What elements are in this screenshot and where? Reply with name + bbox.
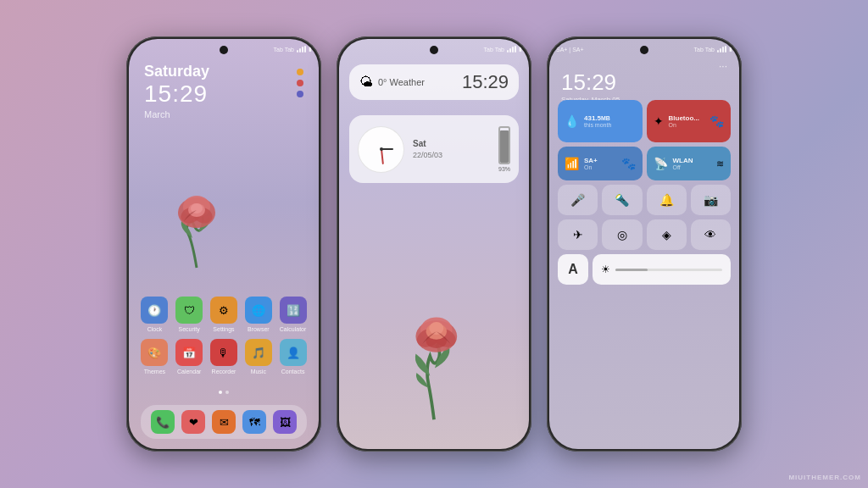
- app-settings[interactable]: ⚙ Settings: [208, 297, 240, 332]
- punch-hole-2: [430, 46, 438, 54]
- p3-time: 15:29: [561, 69, 727, 96]
- brightness-bar: [615, 269, 722, 271]
- sa-icon: 📶: [565, 157, 579, 170]
- punch-hole-3: [640, 46, 648, 54]
- cc-accessibility-tile[interactable]: A: [558, 254, 588, 285]
- p3-header: 15:29 Saturday, March 05: [561, 56, 727, 103]
- weather-icon: 🌤: [359, 75, 373, 90]
- p2-weather-left: 🌤 0° Weather: [359, 75, 425, 90]
- status-text-1: Tab Tab: [274, 47, 294, 53]
- p2-rose-decoration: [379, 297, 489, 424]
- app-clock[interactable]: 🕐 Clock: [138, 297, 170, 332]
- p1-time: 15:29: [144, 80, 209, 108]
- app-calculator-label: Calculator: [280, 326, 307, 332]
- cc-bell-tile[interactable]: 🔔: [647, 185, 687, 215]
- app-music[interactable]: 🎵 Music: [242, 339, 275, 374]
- app-row-2: 🎨 Themes 📅 Calendar 🎙 Recorder 🎵 Music: [137, 339, 310, 374]
- app-calculator[interactable]: 🔢 Calculator: [277, 297, 309, 332]
- p1-dock: 📞 ❤ ✉ 🗺 🖼: [141, 405, 307, 439]
- cc-row-4: ✈ ◎ ◈ 👁: [558, 219, 731, 250]
- dock-gallery[interactable]: 🖼: [270, 410, 300, 434]
- wlan-bars: ≋: [716, 158, 724, 169]
- cc-bluetooth-tile[interactable]: ✦ Bluetoo... On 🐾: [647, 100, 732, 142]
- p3-more-button[interactable]: ···: [719, 60, 727, 72]
- page-indicator: [129, 391, 319, 394]
- p1-app-grid: 🕐 Clock 🛡 Security ⚙ Settings 🌐 Browser: [137, 297, 310, 381]
- p2-clock-widget[interactable]: Sat 22/05/03 93%: [349, 115, 519, 183]
- signal-bars-1: [297, 46, 306, 53]
- dock-maps[interactable]: 🗺: [239, 410, 270, 434]
- app-calendar-icon: 📅: [175, 339, 203, 366]
- phone3-screen: SA+ | SA+ Tab Tab ▮ 15:29 Saturday, Marc…: [549, 39, 739, 449]
- cc-brightness-tile[interactable]: ☀: [593, 254, 731, 285]
- cc-mic-tile[interactable]: 🎤: [558, 185, 598, 215]
- app-contacts-icon: 👤: [280, 339, 307, 366]
- hour-hand: [381, 148, 393, 150]
- app-calendar[interactable]: 📅 Calendar: [173, 339, 205, 374]
- cc-data-tile[interactable]: 💧 431.5MB this month: [558, 100, 643, 142]
- cc-location-tile[interactable]: ◈: [647, 219, 687, 250]
- cc-eye-tile[interactable]: 👁: [691, 219, 731, 250]
- status-text-3: Tab Tab: [694, 47, 715, 53]
- brightness-sun-icon: ☀: [601, 263, 610, 275]
- app-browser-label: Browser: [248, 326, 270, 332]
- dock-mail[interactable]: ✉: [209, 410, 239, 434]
- cc-airplane-tile[interactable]: ✈: [558, 219, 598, 250]
- watermark: MIUITHEMER.COM: [788, 474, 861, 481]
- p2-date-line2: 22/05/03: [413, 150, 490, 162]
- app-music-label: Music: [251, 369, 266, 374]
- cc-row-3: 🎤 🔦 🔔 📷: [558, 185, 731, 215]
- phone1-screen: Tab Tab ▮ Saturday 15:29 March: [129, 39, 319, 449]
- wlan-icon: 📡: [654, 157, 668, 170]
- weather-text: 0° Weather: [378, 77, 425, 87]
- cc-data-value: 431.5MB: [584, 114, 611, 123]
- battery-2: ▮: [519, 46, 522, 53]
- app-themes[interactable]: 🎨 Themes: [138, 339, 170, 374]
- p2-weather-widget[interactable]: 🌤 0° Weather 15:29: [349, 64, 519, 100]
- bt-emoji: 🐾: [709, 114, 724, 128]
- p3-control-center: 💧 431.5MB this month ✦ Bluetoo... On 🐾: [558, 100, 731, 285]
- phone-2: Tab Tab ▮ 🌤 0° Weather 15:29: [337, 36, 531, 452]
- cc-bottom-row: A ☀: [558, 254, 731, 285]
- p1-indicator-dots: [297, 69, 303, 97]
- cc-nfc-tile[interactable]: ◎: [602, 219, 642, 250]
- screenshot-icon: 📷: [704, 193, 718, 207]
- cc-sa-tile[interactable]: 📶 SA+ On 🐾: [558, 147, 643, 180]
- status-text-2: Tab Tab: [484, 47, 504, 53]
- app-recorder-icon: 🎙: [210, 339, 237, 366]
- dock-health-icon: ❤: [181, 410, 205, 434]
- dock-phone[interactable]: 📞: [147, 410, 178, 434]
- cc-wlan-tile[interactable]: 📡 WLAN Off ≋: [647, 147, 732, 180]
- cc-sa-label: SA+: [584, 157, 598, 165]
- p1-day: Saturday: [144, 63, 209, 80]
- app-browser[interactable]: 🌐 Browser: [242, 297, 275, 332]
- app-row-1: 🕐 Clock 🛡 Security ⚙ Settings 🌐 Browser: [137, 297, 310, 332]
- app-security[interactable]: 🛡 Security: [173, 297, 205, 332]
- app-contacts[interactable]: 👤 Contacts: [277, 339, 309, 374]
- p1-rose-decoration: [146, 175, 248, 276]
- phone-1: Tab Tab ▮ Saturday 15:29 March: [126, 36, 321, 452]
- dock-health[interactable]: ❤: [178, 410, 209, 434]
- data-icon: 💧: [565, 114, 579, 128]
- p1-month: March: [144, 109, 209, 119]
- cc-sa-info: SA+ On: [584, 157, 598, 171]
- app-recorder[interactable]: 🎙 Recorder: [208, 339, 240, 374]
- location-icon: ◈: [662, 228, 671, 241]
- app-clock-icon: 🕐: [141, 297, 168, 324]
- dock-maps-icon: 🗺: [242, 410, 266, 434]
- minute-hand: [381, 149, 384, 164]
- eye-icon: 👁: [704, 228, 716, 241]
- punch-hole-1: [220, 46, 228, 54]
- cc-wlan-info: WLAN Off: [673, 157, 693, 171]
- cc-sa-sub: On: [584, 164, 598, 170]
- bell-icon: 🔔: [659, 193, 674, 207]
- svg-point-12: [429, 322, 443, 335]
- p1-date-area: Saturday 15:29 March: [144, 63, 209, 119]
- signal-bars-2: [507, 46, 516, 53]
- cc-flashlight-tile[interactable]: 🔦: [602, 185, 642, 215]
- sa-status: SA+ | SA+: [556, 47, 584, 53]
- cc-screenshot-tile[interactable]: 📷: [691, 185, 731, 215]
- p2-time-display: 15:29: [462, 71, 509, 93]
- dock-phone-icon: 📞: [151, 410, 175, 434]
- p2-battery-display: 93%: [498, 126, 510, 172]
